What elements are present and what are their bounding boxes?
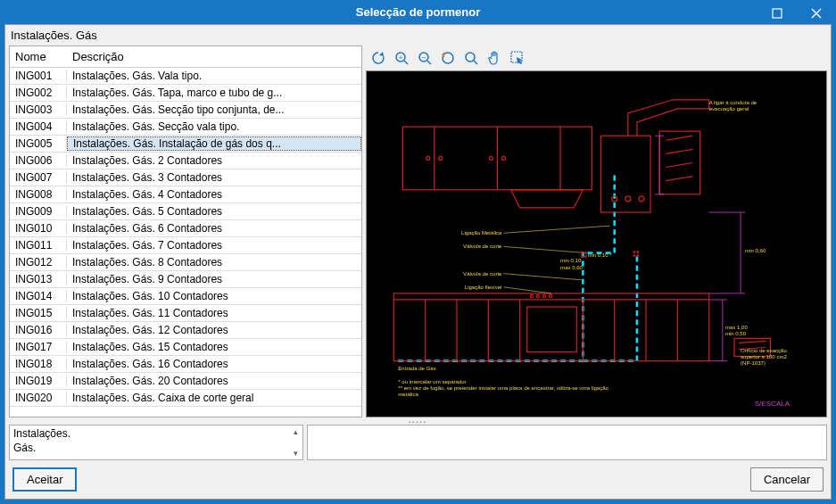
cell-desc: Instalações. Gás. 6 Contadores (67, 222, 361, 235)
table-row[interactable]: ING014Instalações. Gás. 10 Contadores (10, 288, 361, 305)
table-row[interactable]: ING001Instalações. Gás. Vala tipo. (10, 68, 361, 85)
svg-line-27 (666, 163, 692, 168)
svg-rect-39 (527, 307, 577, 351)
label-lig-metalica: Ligação Metálica (461, 231, 502, 236)
label-entrada: Entrada de Gás (398, 366, 435, 371)
refresh-icon[interactable] (369, 49, 387, 67)
cell-desc: Instalações. Gás. 15 Contadores (67, 341, 361, 353)
titlebar[interactable]: Selecção de pormenor (0, 0, 836, 24)
cell-desc: Instalações. Gás. Secção tipo conjunta, … (67, 103, 361, 116)
cell-desc: Instalações. Gás. 12 Contadores (67, 324, 361, 336)
svg-line-26 (666, 150, 692, 154)
svg-line-28 (666, 177, 692, 181)
svg-rect-24 (659, 131, 699, 194)
zoom-icon[interactable] (462, 49, 480, 67)
cell-desc: Instalações. Gás. Instalação de gás dos … (67, 136, 361, 151)
table-row[interactable]: ING011Instalações. Gás. 7 Contadores (10, 237, 361, 254)
table-row[interactable]: ING009Instalações. Gás. 5 Contadores (10, 203, 361, 220)
cell-desc: Instalações. Gás. Vala tipo. (67, 70, 361, 82)
cell-nome: ING009 (10, 205, 67, 218)
svg-point-23 (639, 196, 644, 202)
cell-desc: Instalações. Gás. 2 Contadores (67, 154, 361, 167)
table-row[interactable]: ING015Instalações. Gás. 11 Contadores (10, 305, 361, 322)
cell-desc: Instalações. Gás. 20 Contadores (67, 375, 361, 387)
table-row[interactable]: ING007Instalações. Gás. 3 Contadores (10, 169, 361, 186)
detail-text: Instalações. Gás. (10, 426, 288, 459)
svg-line-59 (503, 287, 551, 293)
table-row[interactable]: ING003Instalações. Gás. Secção tipo conj… (10, 102, 361, 119)
cell-nome: ING002 (10, 87, 67, 99)
svg-line-10 (474, 61, 477, 64)
table-row[interactable]: ING010Instalações. Gás. 6 Contadores (10, 220, 361, 237)
preview-pane: + − (366, 45, 827, 417)
svg-point-9 (466, 53, 475, 62)
svg-text:−: − (422, 54, 426, 62)
redraw-icon[interactable] (439, 49, 457, 67)
svg-point-18 (489, 157, 492, 161)
svg-point-41 (536, 295, 539, 298)
table-row[interactable]: ING016Instalações. Gás. 12 Contadores (10, 322, 361, 339)
dialog-window: Selecção de pormenor Instalações. Gás No… (0, 0, 836, 504)
svg-text:+: + (399, 54, 403, 62)
detail-scrollbar[interactable]: ▴ ▾ (288, 426, 302, 459)
cell-nome: ING007 (10, 171, 67, 184)
table-row[interactable]: ING005Instalações. Gás. Instalação de gá… (10, 136, 361, 153)
main-split: Nome Descrição ING001Instalações. Gás. V… (5, 45, 831, 419)
cancel-button[interactable]: Cancelar (750, 467, 824, 492)
column-nome[interactable]: Nome (10, 46, 67, 67)
table-row[interactable]: ING017Instalações. Gás. 15 Contadores (10, 339, 361, 356)
label-escala: S/ESCALA (755, 400, 790, 408)
accept-button[interactable]: Aceitar (12, 467, 77, 492)
list-pane: Nome Descrição ING001Instalações. Gás. V… (9, 45, 362, 417)
scroll-down-icon[interactable]: ▾ (294, 449, 298, 458)
detail-extra-panel (307, 425, 827, 460)
window-title: Selecção de pormenor (0, 5, 836, 19)
cell-nome: ING005 (10, 137, 67, 150)
select-icon[interactable] (509, 49, 526, 67)
column-descricao[interactable]: Descrição (67, 46, 361, 67)
pan-icon[interactable] (485, 49, 503, 67)
svg-line-45 (739, 342, 766, 343)
label-note: * ou intercalar um separador** em vez de… (398, 379, 608, 397)
label-minh: min 0,60 (745, 249, 766, 254)
table-row[interactable]: ING002Instalações. Gás. Tapa, marco e tu… (10, 85, 361, 102)
table-row[interactable]: ING004Instalações. Gás. Secção vala tipo… (10, 119, 361, 136)
drawing-preview[interactable]: Ligação Metálica Válvula de corte Válvul… (366, 70, 827, 417)
bottom-panels: Instalações. Gás. ▴ ▾ (5, 425, 831, 460)
table-body[interactable]: ING001Instalações. Gás. Vala tipo.ING002… (10, 68, 361, 417)
svg-line-25 (666, 136, 692, 140)
cell-nome: ING006 (10, 154, 67, 167)
label-orificio: Orifício de exacçãosuperior a 100 cm2(NP… (741, 348, 787, 366)
cell-desc: Instalações. Gás. 5 Contadores (67, 205, 361, 218)
svg-line-4 (404, 61, 408, 64)
detail-text-panel: Instalações. Gás. ▴ ▾ (9, 425, 303, 460)
table-row[interactable]: ING008Instalações. Gás. 4 Contadores (10, 186, 361, 203)
close-icon[interactable] (797, 0, 836, 27)
svg-line-56 (503, 226, 609, 233)
cell-desc: Instalações. Gás. Tapa, marco e tubo de … (67, 87, 361, 99)
maximize-icon[interactable] (757, 0, 797, 27)
footer: Aceitar Cancelar (5, 460, 831, 499)
table-row[interactable]: ING020Instalações. Gás. Caixa de corte g… (10, 390, 361, 407)
cell-desc: Instalações. Gás. 16 Contadores (67, 358, 361, 370)
zoom-window-icon[interactable]: − (416, 49, 434, 67)
cell-desc: Instalações. Gás. 8 Contadores (67, 256, 361, 269)
svg-point-17 (439, 157, 443, 161)
table-row[interactable]: ING013Instalações. Gás. 9 Contadores (10, 271, 361, 288)
table-header: Nome Descrição (10, 46, 361, 68)
table-row[interactable]: ING006Instalações. Gás. 2 Contadores (10, 153, 361, 169)
svg-point-22 (625, 196, 631, 202)
svg-point-43 (549, 295, 551, 298)
table-row[interactable]: ING018Instalações. Gás. 16 Contadores (10, 356, 361, 373)
zoom-extents-icon[interactable]: + (393, 49, 410, 67)
cell-nome: ING020 (10, 392, 67, 404)
label-aligar: A ligar à conduta deevacuação geral (709, 100, 757, 112)
cell-nome: ING016 (10, 324, 67, 336)
scroll-up-icon[interactable]: ▴ (294, 427, 298, 436)
cell-nome: ING001 (10, 70, 67, 82)
svg-line-7 (427, 61, 431, 64)
table-row[interactable]: ING019Instalações. Gás. 20 Contadores (10, 373, 361, 390)
svg-rect-0 (773, 9, 782, 18)
table-row[interactable]: ING012Instalações. Gás. 8 Contadores (10, 254, 361, 271)
svg-point-16 (426, 157, 430, 161)
